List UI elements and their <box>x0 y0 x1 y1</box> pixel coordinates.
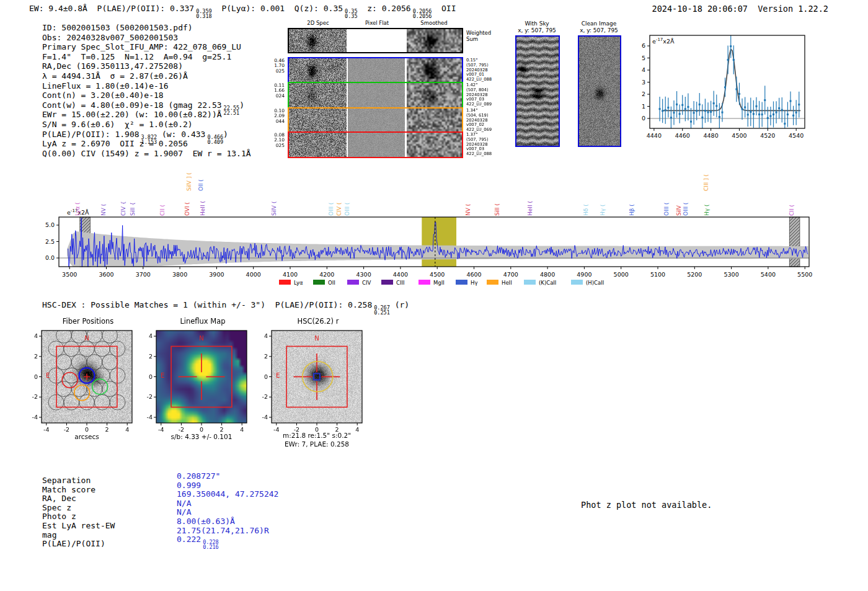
spec2d-exposure-row <box>288 107 463 134</box>
svg-text:0: 0 <box>34 373 38 380</box>
spectral-line-label: NV ( <box>465 204 471 216</box>
info-line: LineFlux = 1.80(±0.14)e-16 <box>42 81 251 91</box>
svg-text:4300: 4300 <box>356 271 371 278</box>
legend-label: OII <box>328 280 335 286</box>
legend-label: Lyα <box>294 280 303 286</box>
sup-sub-value: 0.20560.2056 <box>413 9 432 19</box>
spectral-line-label: SiIV ] ( <box>186 172 192 191</box>
spectral-line-label: Hδ ( <box>583 204 589 216</box>
spectral-line-label: OIII ( <box>663 203 670 216</box>
svg-text:4700: 4700 <box>503 271 518 278</box>
match-table-label: Spec z <box>42 504 115 513</box>
svg-text:4440: 4440 <box>647 132 662 139</box>
svg-text:0: 0 <box>200 426 203 433</box>
legend-label: (H)CaII <box>586 280 604 286</box>
panel-caption-2: EWr: 7, PLAE: 0.258 <box>285 440 349 448</box>
spec2d-smoothed-image <box>407 133 462 157</box>
legend-label: HeII <box>502 280 512 286</box>
spec2d-col-header: Pixel Flat <box>347 20 407 26</box>
svg-text:4600: 4600 <box>466 271 481 278</box>
match-table-label: P(LAE)/P(OII) <box>42 540 115 549</box>
spec2d-row-right-label: 1.42" (507, 804) 20240328 v007_03 422_LU… <box>466 83 497 107</box>
info-line: Q(0.00) CIV (1549) z = 1.9007 EW r = 13.… <box>42 149 251 159</box>
svg-text:3500: 3500 <box>62 271 77 278</box>
info-line: P(LAE)/P(OII): 1.9083.8221.153 (w: 0.433… <box>42 130 251 140</box>
svg-text:4: 4 <box>264 332 268 339</box>
panel-caption: m:21.8 re:1.5" s:0.2" <box>283 432 351 439</box>
spectral-line-label: Lyα ( <box>74 202 81 216</box>
svg-text:4200: 4200 <box>319 271 334 278</box>
svg-text:5100: 5100 <box>650 271 665 278</box>
match-table-labels: SeparationMatch scoreRA, DecSpec zPhoto … <box>42 476 115 549</box>
svg-text:4480: 4480 <box>704 132 719 139</box>
svg-text:4500: 4500 <box>732 132 746 139</box>
panel-caption: s/b: 4.33 +/- 0.101 <box>171 433 232 440</box>
svg-text:-4: -4 <box>32 414 38 420</box>
svg-text:6: 6 <box>642 42 645 49</box>
sup-sub-value: 0.350.35 <box>345 9 357 19</box>
clean-image-title: Clean Image <box>562 20 636 27</box>
spectral-line-label: CIV ( <box>336 203 342 216</box>
spec2d-smoothed-image <box>407 83 462 107</box>
spec2d-row-right-label: 0.15" (507, 795) 20240328 v007_01 422_LU… <box>466 58 497 82</box>
spec2d-image <box>289 109 347 133</box>
svg-text:4: 4 <box>355 426 359 433</box>
compass-east: E <box>46 372 50 379</box>
spectral-line-label: CII ( <box>159 205 166 216</box>
svg-text:3700: 3700 <box>136 271 151 278</box>
spec2d-row-right-label: 1.37" (507, 795) 20240328 v007_03 422_LU… <box>466 133 497 157</box>
panel-xlabel: arcsecs <box>74 433 99 440</box>
info-line: Primary Spec_Slot_IFU_AMP: 422_078_069_L… <box>42 42 251 52</box>
legend-label: CIII <box>396 280 404 286</box>
svg-text:2: 2 <box>220 426 224 433</box>
svg-text:3: 3 <box>642 79 645 86</box>
clean-image-coords: x, y: 507, 795 <box>562 27 636 33</box>
info-line: Cont(w) = 4.80(±0.09)e-18 (gmag 22.5322.… <box>42 100 251 110</box>
svg-text:2: 2 <box>34 353 38 360</box>
svg-text:5000: 5000 <box>614 271 629 278</box>
svg-text:4500: 4500 <box>430 271 445 278</box>
svg-text:5.0: 5.0 <box>45 221 55 228</box>
match-table-value: 8.00(±0.63)Å <box>177 517 278 527</box>
spectral-line-label: SiII ( <box>494 203 500 216</box>
svg-text:5500: 5500 <box>797 271 812 278</box>
match-table-value: 21.75(21.74,21.76)R <box>177 527 278 536</box>
match-table-value: 0.999 <box>177 481 278 491</box>
svg-text:4: 4 <box>642 66 645 73</box>
line-fit-inset-chart: 4440446044804500452045400123456e-17x2Å <box>632 25 837 146</box>
spec2d-smoothed-image <box>407 58 462 82</box>
spec2d-exposure-row <box>288 57 463 84</box>
svg-text:-2: -2 <box>32 393 38 400</box>
svg-text:4520: 4520 <box>760 132 775 139</box>
report-timestamp: 2024-10-18 20:06:07 Version 1.22.2 <box>645 4 828 14</box>
with-sky-image-frame <box>515 35 560 147</box>
svg-text:2: 2 <box>264 353 268 360</box>
match-table-values: 0.208727"0.999169.350044, 47.275242N/AN/… <box>177 472 278 549</box>
spec2d-row-right-label: 1.34" (504, 619) 20240328 v007_02 422_LU… <box>466 109 497 133</box>
spec2d-image <box>289 83 347 107</box>
info-line: Obs: 20240328v007_5002001503 <box>42 33 251 43</box>
svg-text:-2: -2 <box>64 426 69 433</box>
spec2d-exposure-row <box>288 131 463 158</box>
spectral-line-label: OIII ( <box>683 203 689 216</box>
svg-text:5400: 5400 <box>761 271 776 278</box>
spectral-line-label: OIII ( <box>344 203 350 216</box>
legend-label: MgII <box>433 280 445 286</box>
info-line: S/N = 9.6(±0.6) χ² = 1.0(±0.2) <box>42 120 251 130</box>
photz-note: Phot z plot not available. <box>581 500 712 510</box>
svg-text:0: 0 <box>149 373 153 380</box>
svg-text:3800: 3800 <box>172 271 187 278</box>
spec2d-image <box>289 58 347 82</box>
svg-text:-2: -2 <box>262 393 268 400</box>
compass-north: N <box>199 335 203 342</box>
svg-text:4460: 4460 <box>675 132 690 139</box>
svg-text:3900: 3900 <box>209 271 224 278</box>
clean-image-image <box>579 37 620 146</box>
spec2d-row-left-label: 0.46 1.70 025 <box>264 58 285 74</box>
compass-east: E <box>161 372 164 379</box>
match-table-label: Match score <box>42 486 115 495</box>
spectral-line-label: NV ( <box>100 204 107 216</box>
spec2d-col-header: 2D Spec <box>288 20 348 26</box>
spec2d-smoothed-image <box>407 29 462 52</box>
svg-text:2: 2 <box>105 426 109 433</box>
